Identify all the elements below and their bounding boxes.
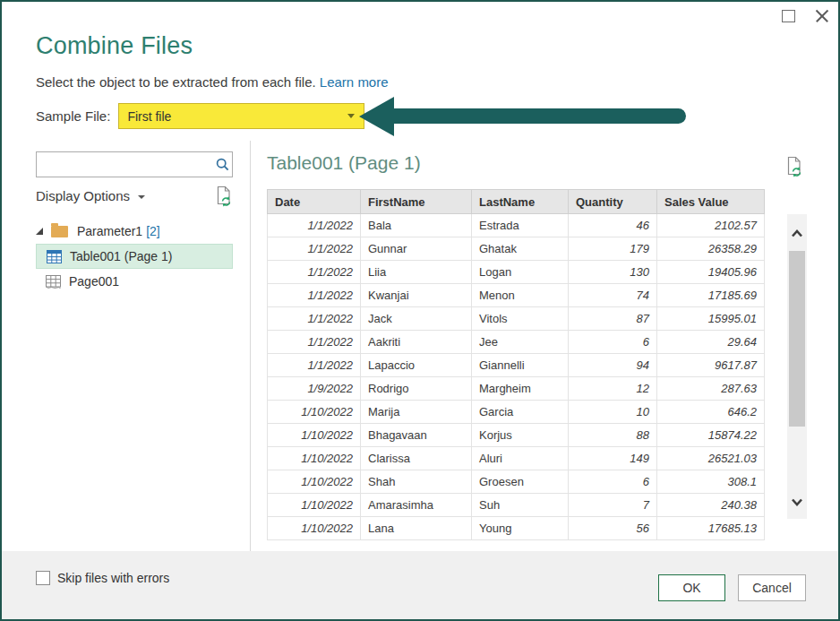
table-cell: 88 — [569, 424, 657, 447]
table-row[interactable]: 1/10/2022MarijaGarcia10646.2 — [268, 401, 765, 424]
chevron-down-icon — [347, 114, 355, 118]
table-cell: 19405.96 — [657, 261, 765, 284]
table-cell: 29.64 — [657, 331, 765, 354]
table-cell: 74 — [569, 284, 657, 307]
table-cell: Amarasimha — [361, 494, 472, 517]
table-cell: 7 — [569, 494, 657, 517]
table-cell: 10 — [569, 401, 657, 424]
refresh-preview-icon[interactable] — [215, 185, 232, 211]
scrollbar-thumb[interactable] — [789, 251, 805, 427]
table-cell: Menon — [472, 284, 569, 307]
scroll-down-icon[interactable] — [787, 488, 807, 515]
table-cell: Korjus — [472, 424, 569, 447]
table-cell: Marija — [361, 401, 472, 424]
search-input[interactable] — [37, 152, 212, 177]
skip-files-checkbox[interactable] — [36, 571, 50, 585]
column-header[interactable]: Quantity — [569, 190, 657, 214]
column-header[interactable]: Date — [268, 190, 361, 214]
table-cell: Logan — [472, 261, 569, 284]
table-cell: 1/10/2022 — [268, 447, 361, 470]
tree-folder-label: Parameter1 — [77, 224, 142, 238]
table-cell: 6 — [569, 331, 657, 354]
table-row[interactable]: 1/1/2022AakritiJee629.64 — [268, 331, 765, 354]
table-cell: 9617.87 — [657, 354, 765, 377]
table-row[interactable]: 1/1/2022KwanjaiMenon7417185.69 — [268, 284, 765, 307]
preview-table-header: DateFirstNameLastNameQuantitySales Value — [268, 190, 765, 214]
table-row[interactable]: 1/10/2022BhagavaanKorjus8815874.22 — [268, 424, 765, 447]
table-cell: Jack — [361, 307, 472, 331]
refresh-preview-icon[interactable] — [785, 156, 802, 181]
table-cell: Bhagavaan — [361, 424, 472, 447]
table-cell: Garcia — [472, 401, 569, 424]
table-row[interactable]: 1/1/2022LiiaLogan13019405.96 — [268, 261, 765, 284]
table-row[interactable]: 1/9/2022RodrigoMargheim12287.63 — [268, 377, 765, 401]
column-header[interactable]: LastName — [472, 190, 569, 214]
table-cell: Kwanjai — [361, 284, 472, 307]
table-row[interactable]: 1/1/2022LapaccioGiannelli949617.87 — [268, 354, 765, 377]
learn-more-link[interactable]: Learn more — [320, 74, 389, 90]
table-cell: 1/10/2022 — [268, 517, 361, 540]
table-cell: Lana — [361, 517, 472, 540]
vertical-scrollbar[interactable] — [787, 214, 807, 519]
table-row[interactable]: 1/10/2022ClarissaAluri14926521.03 — [268, 447, 765, 470]
tree-item-page001[interactable]: Page001 — [36, 269, 235, 294]
table-row[interactable]: 1/1/2022GunnarGhatak17926358.29 — [268, 237, 765, 261]
table-cell: Liia — [361, 261, 472, 284]
table-cell: 149 — [569, 447, 657, 470]
folder-icon — [51, 226, 68, 237]
skip-files-label: Skip files with errors — [57, 571, 169, 585]
page-icon — [46, 275, 61, 289]
table-cell: Groesen — [472, 470, 569, 494]
tree-folder-count: [2] — [146, 224, 160, 238]
table-row[interactable]: 1/1/2022JackVitols8715995.01 — [268, 307, 765, 331]
table-cell: Estrada — [472, 214, 569, 237]
scroll-up-icon[interactable] — [787, 220, 807, 246]
table-cell: 646.2 — [657, 401, 765, 424]
table-cell: 1/1/2022 — [268, 261, 361, 284]
table-cell: 179 — [569, 237, 657, 261]
sample-file-dropdown[interactable]: First file — [118, 103, 364, 129]
dialog-subtitle: Select the object to be extracted from e… — [36, 74, 389, 90]
skip-files-checkbox-row[interactable]: Skip files with errors — [36, 571, 169, 585]
annotation-arrow-icon — [359, 97, 394, 136]
table-cell: 1/1/2022 — [268, 284, 361, 307]
column-header[interactable]: Sales Value — [657, 190, 765, 214]
table-row[interactable]: 1/10/2022ShahGroesen6308.1 — [268, 470, 765, 494]
maximize-icon[interactable] — [782, 10, 795, 22]
table-cell: 26521.03 — [657, 447, 765, 470]
table-cell: Shah — [361, 470, 472, 494]
table-icon — [47, 250, 62, 263]
ok-button[interactable]: OK — [658, 574, 725, 601]
object-tree: Parameter1 [2] Table001 (Page 1) — [36, 219, 235, 294]
table-cell: Bala — [361, 214, 472, 237]
table-cell: Jee — [472, 331, 569, 354]
table-cell: 2102.57 — [657, 214, 765, 237]
close-icon[interactable] — [815, 9, 829, 23]
table-cell: 17185.69 — [657, 284, 765, 307]
table-cell: 1/10/2022 — [268, 401, 361, 424]
table-cell: 1/1/2022 — [268, 214, 361, 237]
table-row[interactable]: 1/10/2022AmarasimhaSuh7240.38 — [268, 494, 765, 517]
table-cell: Vitols — [472, 307, 569, 331]
tree-item-label: Page001 — [69, 274, 119, 289]
tree-folder-parameter1[interactable]: Parameter1 [2] — [36, 219, 235, 244]
panel-divider — [250, 141, 251, 566]
table-cell: 12 — [569, 377, 657, 401]
column-header[interactable]: FirstName — [361, 190, 472, 214]
table-cell: 287.63 — [657, 377, 765, 401]
expander-icon[interactable] — [36, 228, 43, 235]
annotation-arrow-shaft — [393, 108, 686, 124]
preview-title: Table001 (Page 1) — [267, 152, 421, 174]
table-row[interactable]: 1/1/2022BalaEstrada462102.57 — [268, 214, 765, 237]
display-options-dropdown[interactable]: Display Options — [36, 188, 145, 203]
tree-item-table001[interactable]: Table001 (Page 1) — [36, 244, 233, 269]
search-icon[interactable] — [212, 157, 232, 172]
preview-table: DateFirstNameLastNameQuantitySales Value… — [267, 189, 765, 540]
combine-files-dialog: Combine Files Select the object to be ex… — [0, 0, 840, 621]
cancel-button[interactable]: Cancel — [738, 574, 806, 601]
table-cell: Ghatak — [472, 237, 569, 261]
table-cell: 15874.22 — [657, 424, 765, 447]
table-row[interactable]: 1/10/2022LanaYoung5617685.13 — [268, 517, 765, 540]
table-cell: 240.38 — [657, 494, 765, 517]
table-cell: 26358.29 — [657, 237, 765, 261]
